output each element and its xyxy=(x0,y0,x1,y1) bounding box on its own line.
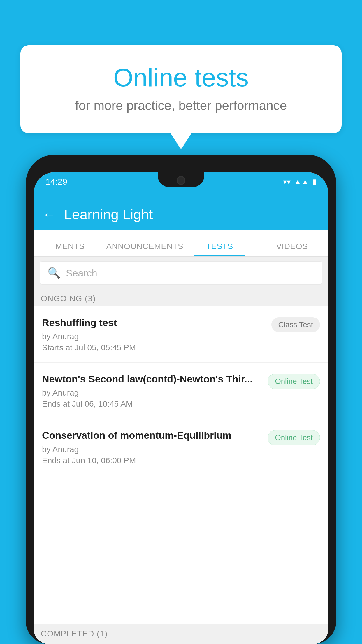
speech-bubble: Online tests for more practice, better p… xyxy=(20,45,342,133)
test-badge-1: Class Test xyxy=(271,317,320,332)
test-info-1: Reshuffling test by Anurag Starts at Jul… xyxy=(42,316,266,352)
test-item-newton[interactable]: Newton's Second law(contd)-Newton's Thir… xyxy=(34,363,328,419)
speech-bubble-container: Online tests for more practice, better p… xyxy=(20,45,342,133)
tab-videos[interactable]: VIDEOS xyxy=(256,242,328,256)
completed-label: COMPLETED (1) xyxy=(41,629,108,638)
completed-section: COMPLETED (1) xyxy=(34,624,328,644)
test-item-reshuffling[interactable]: Reshuffling test by Anurag Starts at Jul… xyxy=(34,306,328,363)
search-container: 🔍 Search xyxy=(34,257,328,289)
bubble-subtitle: for more practice, better performance xyxy=(44,98,318,113)
bubble-title: Online tests xyxy=(44,63,318,92)
status-icons: ▾▾ ▲▲ ▮ xyxy=(283,177,317,186)
status-bar: 14:29 ▾▾ ▲▲ ▮ xyxy=(34,174,328,189)
test-badge-2: Online Test xyxy=(268,374,320,389)
tabs-bar: MENTS ANNOUNCEMENTS TESTS VIDEOS xyxy=(34,230,328,257)
status-time: 14:29 xyxy=(45,177,67,187)
test-time-3: Ends at Jun 10, 06:00 PM xyxy=(42,456,262,465)
battery-icon: ▮ xyxy=(312,177,317,186)
test-author-2: by Anurag xyxy=(42,388,262,398)
tab-ments[interactable]: MENTS xyxy=(34,242,106,256)
test-time-2: Ends at Jul 06, 10:45 AM xyxy=(42,399,262,409)
test-badge-3: Online Test xyxy=(268,430,320,445)
test-author-1: by Anurag xyxy=(42,332,266,341)
tab-announcements[interactable]: ANNOUNCEMENTS xyxy=(106,242,183,256)
test-item-conservation[interactable]: Conservation of momentum-Equilibrium by … xyxy=(34,419,328,475)
test-name-3: Conservation of momentum-Equilibrium xyxy=(42,429,262,442)
search-placeholder: Search xyxy=(66,267,97,279)
app-title: Learning Light xyxy=(64,206,153,223)
test-info-3: Conservation of momentum-Equilibrium by … xyxy=(42,429,262,465)
signal-icon: ▲▲ xyxy=(294,177,309,186)
search-icon: 🔍 xyxy=(48,267,61,279)
app-header: ← Learning Light xyxy=(34,198,328,230)
test-time-1: Starts at Jul 05, 05:45 PM xyxy=(42,343,266,352)
test-info-2: Newton's Second law(contd)-Newton's Thir… xyxy=(42,372,262,409)
tests-list: Reshuffling test by Anurag Starts at Jul… xyxy=(34,306,328,644)
notch-area: 14:29 ▾▾ ▲▲ ▮ xyxy=(34,172,328,198)
phone-frame: 14:29 ▾▾ ▲▲ ▮ ← Learning Light MENTS ANN… xyxy=(26,155,336,644)
test-name-2: Newton's Second law(contd)-Newton's Thir… xyxy=(42,372,262,385)
test-author-3: by Anurag xyxy=(42,445,262,454)
phone-screen: 14:29 ▾▾ ▲▲ ▮ ← Learning Light MENTS ANN… xyxy=(34,172,328,644)
section-ongoing: ONGOING (3) xyxy=(34,289,328,309)
ongoing-label: ONGOING (3) xyxy=(41,294,96,303)
search-bar[interactable]: 🔍 Search xyxy=(40,261,322,285)
wifi-icon: ▾▾ xyxy=(283,177,291,186)
test-name-1: Reshuffling test xyxy=(42,316,266,329)
tab-tests[interactable]: TESTS xyxy=(183,242,256,256)
back-button[interactable]: ← xyxy=(43,207,55,222)
